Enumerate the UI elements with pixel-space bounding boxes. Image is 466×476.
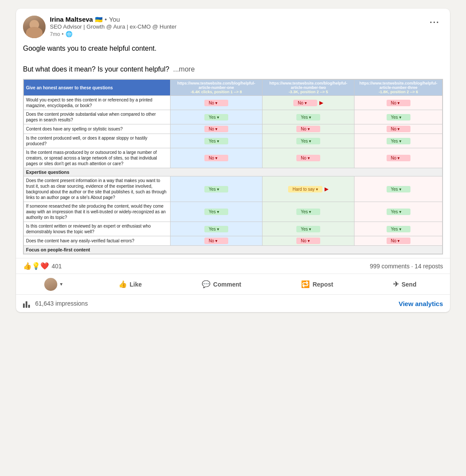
post-header-left: Irina Maltseva 🇺🇦 • You SEO Advisor | Gr… [23,16,177,38]
answer-cell: No ▾ [170,148,262,168]
answer-pill[interactable]: No ▾ [296,238,320,244]
repost-button[interactable]: 🔁 Repost [296,277,338,292]
author-title: SEO Advisor | Growth @ Aura | ex-CMO @ H… [50,23,177,30]
avatar[interactable] [23,16,46,38]
reactions-row: 👍 💡 ❤️ 401 999 comments · 14 reposts [16,258,450,274]
answer-pill[interactable]: No ▾ [204,238,228,244]
actions-row: ▼ 👍 Like 💬 Comment 🔁 Repost ✈ Send [16,274,450,294]
like-button[interactable]: 👍 Like [113,277,147,292]
answer-pill[interactable]: Yes ▾ [387,226,410,232]
answer-cell: Yes ▾ [263,110,354,124]
author-name-row: Irina Maltseva 🇺🇦 • You [50,16,177,23]
content-table: Give an honest answer to these questions… [23,79,443,254]
answer-cell: No ▾ [263,148,354,168]
view-analytics-button[interactable]: View analytics [399,300,443,307]
answer-cell: Yes ▾ [170,222,262,236]
col1-url: https://www.testwebsite.com/blog/helpful… [173,81,260,90]
section-header-row: Focus on people-first content [24,246,443,254]
answer-pill[interactable]: Yes ▾ [204,138,228,144]
post-line1: Google wants you to create helpful conte… [23,43,443,54]
avatar-dropdown[interactable]: ▼ [59,282,63,287]
repost-label: Repost [312,281,333,288]
answer-pill[interactable]: Yes ▾ [296,209,320,215]
answer-cell: No ▾ [354,148,443,168]
repost-icon: 🔁 [301,280,310,288]
comment-icon: 💬 [202,280,210,288]
answer-cell: No ▾ [354,96,443,110]
post-line2: But what does it mean? Is your content h… [23,64,443,75]
answer-cell: Yes ▾ [354,134,443,148]
answer-pill[interactable]: No ▾ [387,126,410,132]
answer-pill[interactable]: No ▾ [296,126,320,132]
answer-pill[interactable]: Yes ▾ [204,114,228,121]
question-cell: Does the content provide substantial val… [24,110,171,124]
answer-pill[interactable]: No ▾ [204,126,228,132]
impressions-row: 61,643 impressions View analytics [16,294,450,312]
answer-pill[interactable]: Yes ▾ [387,114,410,121]
answer-cell: Yes ▾ [170,202,262,222]
answer-pill[interactable]: No ▾ [293,100,317,106]
answer-cell: No ▾ [354,124,443,134]
reactions-right: 999 comments · 14 reposts [370,263,443,270]
section-header-cell: Expertise questions [24,168,443,176]
answer-pill[interactable]: No ▾ [387,238,410,244]
flag-arrow: ▶ [325,186,328,192]
answer-pill[interactable]: No ▾ [296,155,320,161]
answer-pill[interactable]: Yes ▾ [204,186,228,192]
table-body: Would you expect to see this content in … [24,96,443,254]
reaction-emojis: 👍 💡 ❤️ [23,262,49,270]
table-row: If someone researched the site producing… [24,202,443,222]
answer-pill[interactable]: Yes ▾ [296,114,320,121]
table-row: Does the content have any easily-verifie… [24,236,443,246]
answer-cell: No ▾ [170,236,262,246]
answer-pill[interactable]: Yes ▾ [296,226,320,232]
answer-cell: No ▾ [170,96,262,110]
answer-pill[interactable]: No ▾ [204,100,228,106]
question-cell: Does the content present information in … [24,176,171,202]
answer-pill[interactable]: No ▾ [204,155,228,161]
author-info: Irina Maltseva 🇺🇦 • You SEO Advisor | Gr… [50,16,177,37]
col2-url: https://www.testwebsite.com/blog/helpful… [265,81,352,90]
like-icon: 👍 [118,280,127,288]
answer-cell: Yes ▾ [263,134,354,148]
comment-button[interactable]: 💬 Comment [197,277,246,292]
question-cell: Is the content produced well, or does it… [24,134,171,148]
flag-arrow: ▶ [319,100,323,106]
answer-cell: No ▾ [263,236,354,246]
question-cell: Is this content written or reviewed by a… [24,222,171,236]
answer-cell: Yes ▾ [354,222,443,236]
table-row: Is the content mass-produced by or outso… [24,148,443,168]
answer-pill[interactable]: Hard to say ▾ [288,186,322,192]
reactions-left: 👍 💡 ❤️ 401 [23,262,62,270]
col3-header: https://www.testwebsite.com/blog/helpful… [354,80,443,96]
answer-pill[interactable]: Yes ▾ [387,186,410,192]
post-text: Google wants you to create helpful conte… [16,42,450,79]
col2-stats: -3.3K, position 2 --> 5 [265,90,352,94]
answer-pill[interactable]: Yes ▾ [387,138,410,144]
answer-pill[interactable]: Yes ▾ [204,209,228,215]
reaction-count: 401 [52,263,62,270]
answer-pill[interactable]: Yes ▾ [204,226,228,232]
answer-cell: No ▾▶ [263,96,354,110]
answer-pill[interactable]: Yes ▾ [296,138,320,144]
answer-cell: Yes ▾ [354,176,443,202]
answer-cell: No ▾ [263,124,354,134]
table-row: Would you expect to see this content in … [24,96,443,110]
post-meta: 7mo • 🌐 [50,31,177,37]
globe-icon: 🌐 [66,31,72,37]
flag-emoji: 🇺🇦 [95,16,102,23]
answer-pill[interactable]: No ▾ [387,100,410,106]
table-row: Does the content provide substantial val… [24,110,443,124]
answer-pill[interactable]: Yes ▾ [387,209,410,215]
more-link[interactable]: ...more [173,65,195,73]
answer-pill[interactable]: No ▾ [387,155,410,161]
dot-separator: • [105,16,107,23]
answer-cell: Yes ▾ [170,134,262,148]
send-button[interactable]: ✈ Send [388,277,421,292]
col3-url: https://www.testwebsite.com/blog/helpful… [357,81,440,90]
answer-cell: Yes ▾ [354,110,443,124]
more-options-button[interactable]: ··· [426,16,443,29]
question-cell: If someone researched the site producing… [24,202,171,222]
impressions-left: 61,643 impressions [23,299,88,308]
send-label: Send [401,281,416,288]
